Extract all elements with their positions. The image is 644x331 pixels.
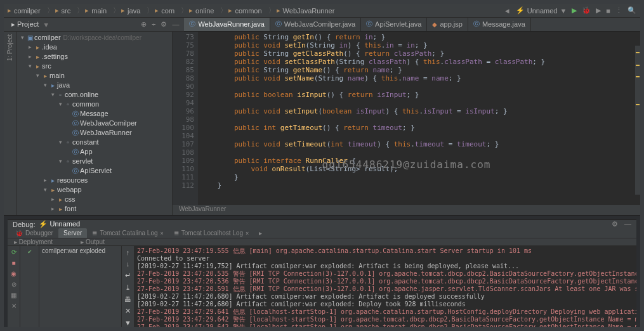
tree-twisty[interactable]: ▾ (19, 33, 25, 42)
tree-node[interactable]: ⓒMessage (16, 109, 172, 119)
run-config-selector[interactable]: ⚡Unnamed ▼ (516, 6, 567, 15)
tree-twisty[interactable]: ▾ (49, 90, 56, 100)
tree-node[interactable]: ⓒApiServlet (16, 166, 172, 176)
console-line: 27-Feb-2019 23:47:29.641 信息 [localhost-s… (137, 308, 634, 316)
tree-node[interactable]: ▾▣comilperD:\workspace-idea\comilper (16, 33, 172, 42)
run-icon[interactable]: ▶ (572, 6, 577, 15)
console-line: 27-Feb-2019 23:47:20.535 警告 [RMI TCP Con… (137, 270, 634, 278)
tree-node[interactable]: ▸▸css (16, 195, 172, 204)
tree-node[interactable]: ▸▸.settings (16, 52, 172, 62)
tree-twisty[interactable]: ▸ (49, 204, 56, 214)
tab-catalina-log[interactable]: ≣ Tomcat Catalina Log × (87, 228, 168, 238)
breadcrumb-item[interactable]: ▸main (85, 6, 107, 15)
tree-twisty[interactable]: ▾ (27, 62, 33, 71)
tree-item-icon: ▫ (56, 90, 65, 100)
editor-tab[interactable]: ⓒApiServlet.java (361, 18, 427, 31)
tab-server[interactable]: Server (58, 228, 87, 238)
tree-node[interactable]: ▸▸.idea (16, 42, 172, 52)
tree-twisty[interactable]: ▾ (42, 185, 48, 195)
project-view-dropdown[interactable]: ▼ (43, 21, 49, 29)
tree-node[interactable]: ⓒWebJavaRunner (16, 128, 172, 138)
filter-icon[interactable]: ▼ (124, 319, 131, 327)
editor-tab[interactable]: ⓒWebJavaRunner.java (184, 18, 270, 31)
editor-tab[interactable]: ⓒWebJavaComilper.java (270, 18, 361, 31)
tree-node[interactable]: ▾▫servlet (16, 157, 172, 166)
run-menu-icon[interactable]: ▶ (596, 6, 601, 15)
tree-twisty[interactable]: ▸ (42, 176, 48, 185)
gear-icon[interactable]: ⚙ (161, 20, 167, 29)
pin-icon[interactable]: ✕ (11, 302, 16, 309)
tree-node[interactable]: ▸▸image (16, 214, 172, 215)
tree-node[interactable]: ▾▸webapp (16, 185, 172, 195)
tree-item-icon: ⓒ (71, 166, 80, 176)
tree-twisty[interactable]: ▾ (57, 138, 63, 147)
mute-brk-icon[interactable]: ⊘ (11, 281, 16, 288)
hide-panel-icon[interactable]: — (172, 20, 179, 29)
breadcrumb-item[interactable]: ▸java (121, 6, 140, 15)
project-tree[interactable]: ▾▣comilperD:\workspace-idea\comilper▸▸.i… (16, 32, 172, 215)
clear-icon[interactable]: ✕ (125, 307, 131, 315)
breadcrumb-item[interactable]: ▸WebJavaRunner (277, 6, 335, 15)
tree-node[interactable]: ⓒWebJavaComilper (16, 119, 172, 128)
tree-node[interactable]: ▾▸java (16, 81, 172, 90)
tree-twisty[interactable]: ▸ (27, 52, 33, 62)
tree-twisty[interactable]: ▸ (49, 195, 56, 204)
tab-more-icon[interactable]: ▸ (254, 228, 267, 238)
tree-node[interactable]: ▾▫common (16, 100, 172, 109)
debug-icon[interactable]: 🐞 (582, 6, 591, 15)
layout-icon[interactable]: ▦ (11, 292, 16, 299)
tree-node[interactable]: ▸▸font (16, 204, 172, 214)
deployment-name[interactable]: comilper:war exploded (39, 246, 122, 331)
deployment-list: ✔ (20, 246, 39, 331)
tree-twisty[interactable]: ▸ (27, 42, 33, 52)
deploy-artifact[interactable]: ✔ (23, 249, 36, 255)
tree-node[interactable]: ▸▸resources (16, 176, 172, 185)
breadcrumb-item[interactable]: ▸comilper (8, 6, 41, 15)
tree-twisty[interactable]: ▾ (57, 100, 63, 109)
tree-twisty[interactable]: ▾ (57, 157, 63, 166)
stop-process-icon[interactable]: ■ (11, 259, 15, 266)
scroll-top-icon[interactable]: ↑ (126, 249, 130, 256)
debug-hide-icon[interactable]: — (624, 220, 631, 228)
print-icon[interactable]: 🖶 (124, 295, 131, 303)
rerun-icon[interactable]: ⟳ (11, 249, 16, 256)
project-settings-icon[interactable]: ⊕ (141, 20, 147, 29)
tree-twisty[interactable]: ▾ (34, 71, 41, 81)
project-panel-title[interactable]: ▸ Project (11, 20, 39, 29)
code-area[interactable]: public String getIn() { return in; } pub… (198, 32, 640, 205)
back-nav-icon[interactable]: ◄ (504, 7, 511, 15)
breadcrumb-item[interactable]: ▸common (228, 6, 261, 15)
tree-node[interactable]: ▾▫com.online (16, 90, 172, 100)
search-icon[interactable]: 🔍 (628, 6, 636, 15)
error-stripe[interactable] (635, 46, 640, 195)
tree-node[interactable]: ⓒApp (16, 147, 172, 157)
debug-settings-icon[interactable]: ⚙ (612, 220, 618, 228)
debug-break-icon[interactable]: ◉ (11, 270, 16, 277)
tab-debugger[interactable]: 🐞 Debugger (10, 228, 58, 238)
stop-icon[interactable]: ■ (606, 7, 610, 15)
tree-twisty[interactable]: ▾ (42, 81, 48, 90)
breadcrumb-item[interactable]: ▸com (155, 6, 174, 15)
tree-item-icon: ▸ (48, 176, 57, 185)
vcs-menu-icon[interactable]: ⋮ (615, 6, 622, 15)
scroll-bottom-icon[interactable]: ↓ (126, 260, 130, 268)
collapse-all-icon[interactable]: ÷ (152, 20, 155, 29)
console-output[interactable]: 27-Feb-2019 23:47:19.555 信息 [main] org.a… (135, 246, 636, 331)
tree-item-icon: ▫ (63, 100, 72, 109)
scroll-end-icon[interactable]: ⤓ (125, 283, 131, 292)
project-tool-button[interactable]: 1: Project (6, 34, 13, 61)
editor-tab[interactable]: ◆app.jsp (427, 18, 468, 31)
breadcrumb-item[interactable]: ▸online (189, 6, 214, 15)
breadcrumb-item[interactable]: ▸src (55, 6, 71, 15)
java-file-icon: ⓒ (366, 20, 372, 29)
tree-node[interactable]: ▾▸src (16, 62, 172, 71)
tree-twisty[interactable]: ▸ (49, 214, 56, 215)
tree-item-icon: ▫ (63, 157, 72, 166)
tree-item-icon: ⓒ (71, 147, 80, 157)
tree-node[interactable]: ▾▫constant (16, 138, 172, 147)
tree-node[interactable]: ▾▸main (16, 71, 172, 81)
soft-wrap-icon[interactable]: ↵ (125, 271, 131, 280)
tab-localhost-log[interactable]: ≣ Tomcat Localhost Log × (169, 228, 254, 238)
deployment-label: ▸ Deployment (14, 238, 53, 245)
editor-tab[interactable]: ⓒMessage.java (468, 18, 531, 31)
